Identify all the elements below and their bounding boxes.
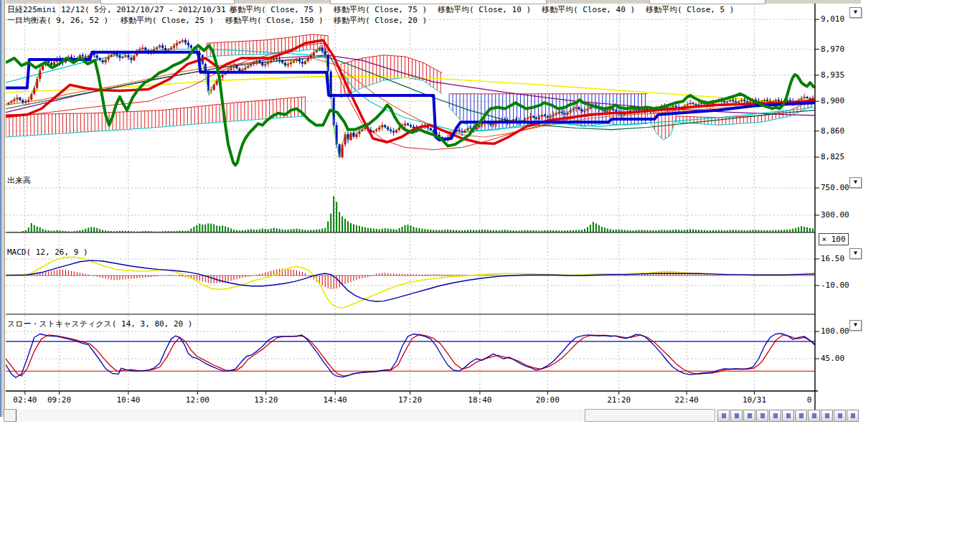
price-axis-label: 8,970 (821, 44, 844, 54)
stochastics-panel-label: スロー・ストキャスティクス( 14, 3, 80, 20 ) (7, 319, 192, 329)
chart-application-window: 出来高 MACD( 12, 26, 9 ) スロー・ストキャスティクス( 14,… (0, 0, 980, 551)
time-axis-label: 17:20 (395, 395, 426, 405)
bottom-toolbar-button[interactable] (821, 410, 833, 422)
price-axis-label: 9,010 (821, 14, 844, 24)
time-axis-label: 10/31 (739, 395, 771, 405)
time-axis-label: 18:40 (464, 395, 496, 405)
volume-axis-label: 750.00 (821, 183, 849, 192)
volume-multiplier-badge: × 100 (819, 233, 849, 245)
price-axis-label: 8,900 (821, 96, 844, 105)
time-axis-label: 22:40 (671, 395, 702, 405)
indicator-header-label: 移動平均( Close, 150 ) (225, 16, 324, 25)
horizontal-scrollbar[interactable] (4, 409, 717, 422)
macd-panel-label: MACD( 12, 26, 9 ) (7, 248, 88, 257)
indicator-header-label: 一目均衡表( 9, 26, 52 ) (7, 16, 108, 25)
bottom-toolbar-button[interactable] (743, 410, 755, 422)
price-panel-menu-button[interactable]: ▼ (849, 7, 862, 18)
time-axis-label: 02:40 (9, 395, 41, 405)
macd-axis-label: -10.00 (821, 281, 849, 290)
bottom-toolbar-button[interactable] (795, 410, 807, 422)
bottom-toolbar-button[interactable] (834, 410, 846, 422)
indicator-header-label: 移動平均( Close, 75 ) (230, 5, 323, 14)
stochastics-axis-label: 45.00 (821, 354, 844, 363)
time-axis-label: 0 (793, 395, 825, 405)
time-axis-label: 10:40 (113, 395, 144, 405)
indicator-header-label: 日経225mini 12/12( 5分, 2012/10/27 - 2012/1… (7, 5, 235, 14)
time-axis-label: 20:00 (532, 395, 563, 405)
stochastics-axis-label: 100.00 (821, 326, 849, 336)
volume-axis-label: 300.00 (821, 210, 849, 220)
bottom-toolbar-button[interactable] (756, 410, 768, 422)
volume-panel-menu-button[interactable]: ▼ (849, 177, 862, 188)
bottom-toolbar-button[interactable] (730, 410, 743, 422)
time-axis-label: 14:40 (319, 395, 351, 405)
indicator-header-label: 移動平均( Close, 5 ) (646, 5, 734, 14)
price-axis-label: 8,860 (821, 126, 844, 136)
time-axis-label: 12:00 (182, 395, 213, 405)
price-axis-label: 8,825 (821, 152, 844, 161)
indicator-header-label: 移動平均( Close, 25 ) (121, 16, 214, 25)
stochastics-panel-menu-button[interactable]: ▼ (849, 320, 862, 331)
bottom-toolbar (717, 410, 859, 423)
bottom-toolbar-button[interactable] (782, 410, 794, 422)
time-axis-label: 13:20 (250, 395, 282, 405)
macd-axis-label: 16.50 (821, 254, 844, 263)
volume-panel-label: 出来高 (7, 175, 31, 186)
bottom-toolbar-button[interactable] (808, 410, 820, 422)
price-axis-label: 8,935 (821, 70, 844, 80)
time-axis-label: 21:20 (603, 395, 635, 405)
macd-panel-menu-button[interactable]: ▼ (849, 248, 862, 259)
chart-canvas[interactable] (0, 0, 980, 551)
indicator-header-label: 移動平均( Close, 75 ) (334, 5, 427, 14)
scrollbar-left-button[interactable] (4, 409, 17, 422)
indicator-header-label: 移動平均( Close, 40 ) (542, 5, 635, 14)
bottom-toolbar-button[interactable] (769, 410, 781, 422)
scrollbar-thumb[interactable] (585, 409, 715, 422)
indicator-header-label: 移動平均( Close, 20 ) (334, 16, 427, 25)
indicator-header-label: 移動平均( Close, 10 ) (438, 5, 531, 14)
time-axis-label: 09:20 (44, 395, 75, 405)
bottom-toolbar-button[interactable] (717, 410, 730, 422)
bottom-toolbar-button[interactable] (847, 410, 859, 422)
